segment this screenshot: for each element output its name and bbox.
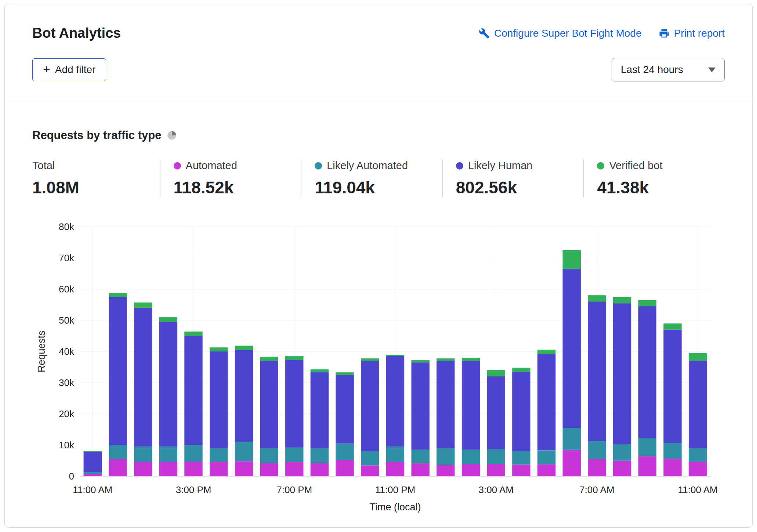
bar-10-likely-human xyxy=(336,375,354,444)
print-report-link[interactable]: Print report xyxy=(659,28,725,39)
bar-1-likely-automated xyxy=(109,445,127,459)
page-title: Bot Analytics xyxy=(32,25,121,41)
bar-24-likely-automated xyxy=(689,448,707,462)
chevron-down-icon xyxy=(708,68,716,72)
automated-legend-dot xyxy=(174,162,181,170)
bar-3-verified-bot xyxy=(159,317,177,322)
bar-10-automated xyxy=(336,460,354,476)
stat-total: Total 1.08M xyxy=(32,160,160,197)
bar-23-automated xyxy=(663,459,681,476)
bar-10-verified-bot xyxy=(336,372,354,375)
section-title: Requests by traffic type xyxy=(32,129,161,142)
y-tick-label: 10k xyxy=(59,440,75,451)
x-tick-label: 3:00 AM xyxy=(478,484,513,495)
stat-likely-human[interactable]: Likely Human 802.56k xyxy=(442,160,584,197)
requests-by-traffic-type-chart: 010k20k30k40k50k60k70k80k11:00 AM3:00 PM… xyxy=(32,219,725,514)
bar-0-likely-automated xyxy=(84,472,102,474)
x-tick-label: 7:00 AM xyxy=(579,484,614,495)
header-links: Configure Super Bot Fight Mode Print rep… xyxy=(479,28,725,39)
bar-23-likely-automated xyxy=(663,443,681,459)
bar-17-likely-automated xyxy=(512,451,530,465)
add-filter-label: Add filter xyxy=(55,64,96,76)
bar-22-likely-automated xyxy=(638,438,656,456)
bar-18-verified-bot xyxy=(537,350,555,354)
bar-2-verified-bot xyxy=(134,303,152,308)
bar-12-automated xyxy=(386,462,404,476)
bar-6-automated xyxy=(235,461,253,476)
printer-icon xyxy=(659,28,670,39)
bar-16-automated xyxy=(487,464,505,476)
bar-17-verified-bot xyxy=(512,368,530,372)
bar-15-automated xyxy=(462,464,480,476)
bar-18-likely-human xyxy=(537,354,555,451)
stat-likely-automated-label: Likely Automated xyxy=(327,160,408,172)
x-tick-label: 7:00 PM xyxy=(276,484,312,495)
bar-12-likely-human xyxy=(386,356,404,447)
bar-19-likely-human xyxy=(563,269,581,428)
bar-21-automated xyxy=(613,461,631,477)
y-tick-label: 40k xyxy=(59,346,75,357)
x-tick-label: 11:00 AM xyxy=(678,484,718,495)
time-range-select[interactable]: Last 24 hours xyxy=(612,58,725,81)
bar-7-likely-automated xyxy=(260,448,278,463)
y-tick-label: 70k xyxy=(59,252,75,263)
x-axis-title: Time (local) xyxy=(369,502,421,513)
y-tick-label: 30k xyxy=(59,377,75,388)
bar-13-likely-human xyxy=(412,362,430,450)
stat-likely-human-value: 802.56k xyxy=(456,178,578,197)
bar-22-likely-human xyxy=(638,306,656,438)
bar-19-automated xyxy=(563,450,581,476)
stat-likely-automated-value: 119.04k xyxy=(315,178,437,197)
bar-24-verified-bot xyxy=(689,353,707,361)
bar-19-likely-automated xyxy=(563,428,581,450)
bar-11-verified-bot xyxy=(361,358,379,361)
y-tick-label: 50k xyxy=(59,315,75,326)
stat-verified-bot[interactable]: Verified bot 41.38k xyxy=(583,160,725,197)
bar-23-verified-bot xyxy=(663,324,681,330)
bar-5-automated xyxy=(210,462,228,476)
bar-16-verified-bot xyxy=(487,370,505,376)
time-range-value: Last 24 hours xyxy=(621,64,683,76)
verified-bot-legend-dot xyxy=(597,162,604,170)
traffic-stats-row: Total 1.08M Automated 118.52k Likely Aut… xyxy=(32,160,725,197)
add-filter-button[interactable]: + Add filter xyxy=(32,58,106,81)
stat-likely-human-label: Likely Human xyxy=(468,160,533,172)
y-tick-label: 0 xyxy=(69,471,74,482)
bar-14-verified-bot xyxy=(437,358,454,361)
bar-7-automated xyxy=(260,463,278,476)
y-tick-label: 20k xyxy=(59,408,75,419)
bar-5-likely-automated xyxy=(210,448,228,462)
bar-4-likely-human xyxy=(184,336,202,445)
bar-9-likely-human xyxy=(311,372,329,448)
bar-0-automated xyxy=(84,474,102,476)
bar-16-likely-automated xyxy=(487,449,505,464)
bar-5-likely-human xyxy=(210,351,228,448)
bar-16-likely-human xyxy=(487,376,505,449)
bar-6-verified-bot xyxy=(235,346,253,350)
bar-24-automated xyxy=(689,462,707,476)
bar-3-likely-automated xyxy=(159,447,177,462)
bar-8-verified-bot xyxy=(285,356,303,360)
bar-6-likely-automated xyxy=(235,442,253,462)
bar-2-likely-automated xyxy=(134,447,152,462)
bar-11-likely-automated xyxy=(361,451,379,465)
stat-likely-automated[interactable]: Likely Automated 119.04k xyxy=(301,160,442,197)
configure-super-bot-fight-mode-link[interactable]: Configure Super Bot Fight Mode xyxy=(479,28,642,39)
bar-14-likely-automated xyxy=(437,448,454,465)
stat-verified-bot-value: 41.38k xyxy=(597,178,719,197)
wrench-icon xyxy=(479,28,490,39)
stat-automated-value: 118.52k xyxy=(174,178,296,197)
bar-1-verified-bot xyxy=(109,293,127,297)
bar-11-automated xyxy=(361,465,379,476)
bar-10-likely-automated xyxy=(336,444,354,460)
stat-automated[interactable]: Automated 118.52k xyxy=(160,160,301,197)
y-tick-label: 60k xyxy=(59,284,75,295)
x-tick-label: 11:00 PM xyxy=(375,484,415,495)
bar-1-automated xyxy=(109,459,127,476)
bar-20-likely-human xyxy=(588,302,606,441)
bar-9-automated xyxy=(311,463,329,476)
bar-4-likely-automated xyxy=(184,445,202,462)
header: Bot Analytics Configure Super Bot Fight … xyxy=(5,4,752,81)
bar-13-verified-bot xyxy=(412,360,430,362)
bar-9-verified-bot xyxy=(311,369,329,373)
